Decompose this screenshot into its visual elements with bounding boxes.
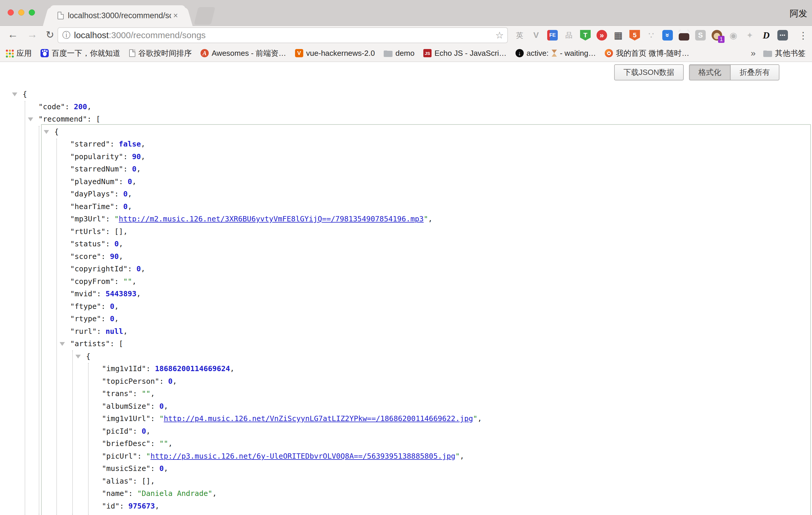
json-token: "id" xyxy=(102,502,119,510)
hourglass-icon xyxy=(551,49,557,57)
onetab-glyph: ••• xyxy=(780,33,786,38)
json-line: "code": 200, xyxy=(0,101,812,113)
json-line: "score": 90, xyxy=(0,251,812,263)
json-token: : xyxy=(119,177,128,186)
json-token: : xyxy=(123,152,132,161)
js-icon: JS xyxy=(423,49,432,57)
json-token: "popularity" xyxy=(70,152,123,161)
json-token: 200 xyxy=(74,103,87,111)
json-token: : xyxy=(151,414,160,423)
collapse-toggle-icon[interactable] xyxy=(12,92,17,96)
json-link[interactable]: http://p4.music.126.net/VnZiScyynLG7atLI… xyxy=(164,414,473,423)
json-token: 0 xyxy=(123,190,128,198)
json-token: "picId" xyxy=(102,427,133,435)
bookmark-label: demo xyxy=(396,49,414,58)
url-host: localhost xyxy=(74,30,109,40)
bookmark-star-icon[interactable]: ☆ xyxy=(495,30,504,41)
back-icon[interactable]: ← xyxy=(8,28,18,40)
collapse-toggle-icon[interactable] xyxy=(28,117,33,121)
json-token: "artists" xyxy=(70,339,110,348)
bookmark-google-time-sort[interactable]: 谷歌按时间排序 xyxy=(129,48,192,58)
bookmark-label: active: - waiting… xyxy=(527,49,596,58)
s-glyph: S xyxy=(698,31,703,39)
paw-extension-icon[interactable]: ∵ xyxy=(646,30,657,40)
json-token: , xyxy=(128,202,132,211)
sitemap-extension-icon[interactable]: 品 xyxy=(563,30,574,40)
collapse-toggle-icon[interactable] xyxy=(76,355,81,359)
json-line: { xyxy=(0,126,812,138)
window-minimize-button[interactable] xyxy=(18,9,24,16)
green-shield-extension-icon[interactable]: T xyxy=(580,30,591,40)
json-token: "picUrl" xyxy=(102,452,137,460)
onetab-extension-icon[interactable]: ••• xyxy=(777,30,788,40)
json-token: "" xyxy=(160,439,168,448)
folder-icon xyxy=(763,51,772,57)
json-token: [ xyxy=(119,339,123,348)
collapse-toggle-icon[interactable] xyxy=(60,342,65,346)
url-path: :3000/recommend/songs xyxy=(109,30,205,40)
d-letter-extension-icon[interactable]: D xyxy=(761,30,772,40)
json-line: "picId": 0, xyxy=(0,425,812,438)
format-button[interactable]: 格式化 xyxy=(689,64,731,81)
forward-icon: → xyxy=(27,28,37,40)
window-close-button[interactable] xyxy=(8,9,14,16)
vue-extension-icon[interactable]: V xyxy=(531,30,541,40)
other-bookmarks-folder[interactable]: 其他书签 xyxy=(763,48,806,58)
apps-icon xyxy=(5,49,13,57)
fehelper-extension-icon[interactable]: FE xyxy=(547,30,558,40)
json-token: "rtUrls" xyxy=(70,227,106,236)
browser-tab[interactable]: localhost:3000/recommend/so × xyxy=(50,5,185,26)
bookmark-awesomes[interactable]: AAwesomes - 前端资… xyxy=(201,48,286,58)
json-token: , xyxy=(164,464,168,473)
bookmark-vue-hackernews[interactable]: Vvue-hackernews-2.0 xyxy=(295,49,375,58)
address-bar[interactable]: ⓘ localhost:3000/recommend/songs ☆ xyxy=(58,27,508,43)
bookmark-demo-folder[interactable]: demo xyxy=(384,49,414,58)
json-token: : xyxy=(115,277,123,286)
json-token: : xyxy=(110,339,119,348)
bookmark-active-waiting[interactable]: ↓active: - waiting… xyxy=(516,49,596,58)
json-token: 0 xyxy=(110,302,114,311)
json-token: "copyrightId" xyxy=(70,264,128,273)
qrcode-extension-icon[interactable]: ▦ xyxy=(613,30,624,40)
translate-extension-icon[interactable]: 英 xyxy=(514,30,525,40)
json-token: : xyxy=(65,103,74,111)
bookmark-baidu[interactable]: 百度一下，你就知道 xyxy=(40,48,120,58)
bookmarks-overflow-chevron[interactable]: » xyxy=(751,48,756,58)
json-token: , xyxy=(146,427,151,435)
bookmark-echojs[interactable]: JSEcho JS - JavaScri… xyxy=(423,49,507,58)
tampermonkey-extension-icon[interactable]: 1 xyxy=(712,30,722,40)
s-extension-icon[interactable]: S xyxy=(695,30,706,40)
bookmark-weibo-home[interactable]: 我的首页 微博-随时… xyxy=(605,48,689,58)
collapse-toggle-icon[interactable] xyxy=(44,130,49,134)
json-line: "trans": "", xyxy=(0,388,812,400)
weibo-eye-extension-icon[interactable]: ◉ xyxy=(728,30,738,40)
browser-menu-icon[interactable]: ⋮ xyxy=(799,30,808,41)
format-collapse-segment: 格式化 折叠所有 xyxy=(689,64,779,81)
json-token: "name" xyxy=(102,489,128,498)
profile-name[interactable]: 阿发 xyxy=(790,8,807,20)
json-token: 90 xyxy=(110,252,119,261)
site-info-icon[interactable]: ⓘ xyxy=(62,30,70,41)
tab-close-icon[interactable]: × xyxy=(173,12,178,20)
json-token: 0 xyxy=(115,239,119,248)
json-link[interactable]: http://m2.music.126.net/3XR6BU6yvtyVmFE8… xyxy=(119,214,424,223)
json-token: : xyxy=(151,402,160,410)
html5-player-extension-icon[interactable]: 5 xyxy=(630,30,640,40)
json-token: 0 xyxy=(123,202,128,211)
reload-icon[interactable]: ↻ xyxy=(46,29,54,40)
window-zoom-button[interactable] xyxy=(29,9,35,16)
video-speed-extension-icon[interactable]: » xyxy=(597,30,607,40)
new-tab-button[interactable] xyxy=(194,7,215,25)
json-token: { xyxy=(86,352,90,361)
json-line: "topicPerson": 0, xyxy=(0,375,812,388)
json-token: 0 xyxy=(168,377,173,385)
hummingbird-extension-icon[interactable]: ✦ xyxy=(745,30,755,40)
collapse-all-button[interactable]: 折叠所有 xyxy=(731,64,779,81)
json-link[interactable]: http://p3.music.126.net/6y-UleORITEDbvrO… xyxy=(151,452,456,460)
bookmark-apps[interactable]: 应用 xyxy=(5,48,32,58)
json-line: "rurl": null, xyxy=(0,325,812,338)
download-json-button[interactable]: 下载JSON数据 xyxy=(614,64,684,81)
proxy-mask-extension-icon[interactable] xyxy=(679,30,689,40)
json-line: "copyrightId": 0, xyxy=(0,263,812,276)
vimium-extension-icon[interactable]: » xyxy=(662,30,673,40)
